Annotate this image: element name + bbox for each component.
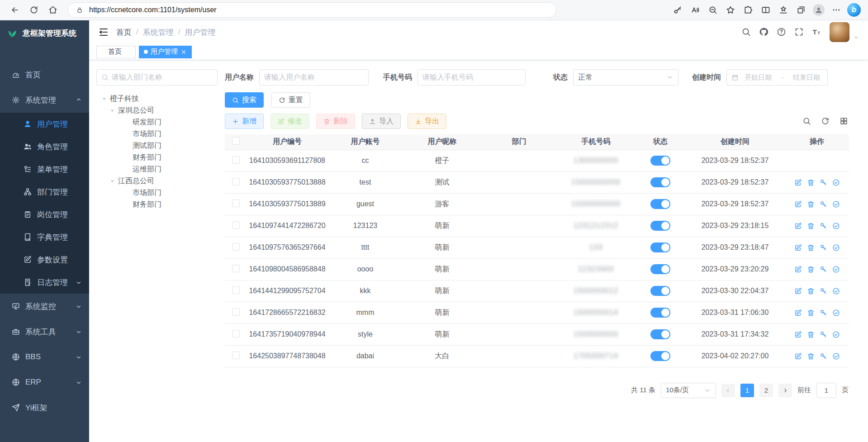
delete-row-icon[interactable]	[807, 200, 815, 208]
next-page-button[interactable]	[778, 384, 792, 397]
tag[interactable]: 首页	[96, 46, 136, 58]
sidebar-fold-icon[interactable]	[98, 27, 109, 38]
assign-role-icon[interactable]	[832, 266, 840, 273]
tree-node[interactable]: 财务部门	[96, 199, 218, 210]
tree-caret-icon[interactable]	[109, 107, 116, 114]
page-number-button[interactable]: 2	[759, 384, 773, 397]
edit-row-icon[interactable]	[794, 179, 802, 186]
row-checkbox[interactable]	[232, 221, 240, 229]
browser-toolbar-icon[interactable]	[741, 2, 755, 18]
reset-password-icon[interactable]	[820, 331, 827, 338]
tree-node[interactable]: 财务部门	[96, 152, 218, 163]
browser-toolbar-icon[interactable]	[759, 2, 773, 18]
row-checkbox[interactable]	[232, 265, 240, 272]
status-toggle[interactable]	[650, 329, 670, 339]
tag[interactable]: 用户管理	[139, 46, 192, 58]
sidebar-item[interactable]: 菜单管理	[0, 158, 89, 181]
reset-password-icon[interactable]	[820, 244, 827, 252]
dept-search-input[interactable]	[112, 73, 213, 81]
assign-role-icon[interactable]	[832, 222, 840, 230]
sidebar-item[interactable]: 系统工具	[0, 319, 89, 344]
address-bar[interactable]: https://ccnetcore.com:1101/system/user	[68, 2, 556, 18]
delete-row-icon[interactable]	[807, 287, 815, 295]
edit-row-icon[interactable]	[794, 200, 802, 208]
tree-node[interactable]: 深圳总公司	[96, 105, 218, 116]
edit-row-icon[interactable]	[794, 331, 802, 338]
assign-role-icon[interactable]	[832, 179, 840, 186]
tree-caret-icon[interactable]	[101, 95, 108, 102]
reset-password-icon[interactable]	[820, 287, 827, 295]
tree-node[interactable]: 测试部门	[96, 140, 218, 152]
sidebar-item[interactable]: 用户管理	[0, 113, 89, 135]
reset-button[interactable]: 重置	[271, 92, 310, 108]
reset-password-icon[interactable]	[820, 266, 827, 273]
browser-toolbar-icon[interactable]	[794, 2, 808, 18]
sidebar-item[interactable]: 角色管理	[0, 135, 89, 158]
profile-avatar-icon[interactable]	[812, 2, 825, 18]
breadcrumb-item[interactable]: 用户管理	[185, 27, 215, 38]
reset-password-icon[interactable]	[820, 179, 827, 186]
tree-node[interactable]: 橙子科技	[96, 93, 218, 105]
delete-row-icon[interactable]	[807, 331, 815, 338]
tree-node[interactable]: 市场部门	[96, 187, 218, 199]
tree-node[interactable]: 市场部门	[96, 128, 218, 140]
username-input[interactable]	[264, 73, 364, 81]
export-button[interactable]: 导出	[408, 114, 446, 129]
delete-row-icon[interactable]	[807, 309, 815, 317]
assign-role-icon[interactable]	[832, 287, 840, 295]
assign-role-icon[interactable]	[832, 200, 840, 208]
row-checkbox[interactable]	[232, 178, 240, 185]
tag-close-icon[interactable]	[180, 49, 187, 55]
row-checkbox[interactable]	[232, 286, 240, 294]
browser-toolbar-icon[interactable]	[706, 2, 720, 18]
assign-role-icon[interactable]	[832, 244, 840, 252]
edit-button[interactable]: 修改	[270, 114, 309, 129]
sidebar-item[interactable]: 部门管理	[0, 181, 89, 203]
breadcrumb-item[interactable]: 首页	[116, 27, 132, 38]
delete-button[interactable]: 删除	[316, 114, 355, 129]
assign-role-icon[interactable]	[832, 331, 840, 338]
navbar-icon[interactable]: TT	[812, 27, 822, 37]
sidebar-item[interactable]: 系统监控	[0, 294, 89, 319]
select-all-checkbox[interactable]	[232, 137, 240, 145]
navbar-icon[interactable]	[794, 27, 804, 37]
navbar-icon[interactable]	[741, 27, 751, 37]
status-toggle[interactable]	[650, 242, 670, 252]
page-size-select[interactable]: 10条/页	[661, 383, 716, 398]
sidebar-item[interactable]: 系统管理	[0, 87, 89, 113]
edit-row-icon[interactable]	[794, 244, 802, 252]
page-number-button[interactable]: 1	[740, 384, 754, 397]
sidebar-item[interactable]: 岗位管理	[0, 203, 89, 226]
sidebar-item[interactable]: 首页	[0, 62, 89, 87]
edit-row-icon[interactable]	[794, 287, 802, 295]
edit-row-icon[interactable]	[794, 352, 802, 360]
row-checkbox[interactable]	[232, 352, 240, 359]
reset-password-icon[interactable]	[820, 309, 827, 317]
copilot-icon[interactable]	[847, 3, 861, 17]
breadcrumb-item[interactable]: 系统管理	[143, 27, 174, 38]
row-checkbox[interactable]	[232, 156, 240, 164]
browser-toolbar-icon[interactable]	[777, 2, 790, 18]
browser-nav-icon[interactable]	[26, 2, 42, 18]
sidebar-item[interactable]: BBS	[0, 344, 89, 370]
sidebar-item[interactable]: 日志管理	[0, 271, 89, 294]
browser-nav-icon[interactable]	[45, 2, 61, 18]
delete-row-icon[interactable]	[807, 352, 815, 360]
sidebar-item[interactable]: ERP	[0, 370, 89, 395]
edit-row-icon[interactable]	[794, 309, 802, 317]
delete-row-icon[interactable]	[807, 179, 815, 186]
navbar-icon[interactable]	[777, 27, 787, 37]
tree-node[interactable]: 运维部门	[96, 163, 218, 175]
tree-node[interactable]: 江西总公司	[96, 175, 218, 187]
edit-row-icon[interactable]	[794, 266, 802, 273]
delete-row-icon[interactable]	[807, 244, 815, 252]
navbar-icon[interactable]	[759, 27, 769, 37]
prev-page-button[interactable]	[721, 384, 735, 397]
toolbar-icon[interactable]	[840, 117, 849, 126]
reset-password-icon[interactable]	[820, 200, 827, 208]
row-checkbox[interactable]	[232, 200, 240, 207]
status-toggle[interactable]	[650, 177, 670, 187]
goto-page-input[interactable]	[816, 383, 836, 398]
more-menu-icon[interactable]	[830, 2, 843, 18]
status-select[interactable]: 正常	[573, 69, 678, 86]
